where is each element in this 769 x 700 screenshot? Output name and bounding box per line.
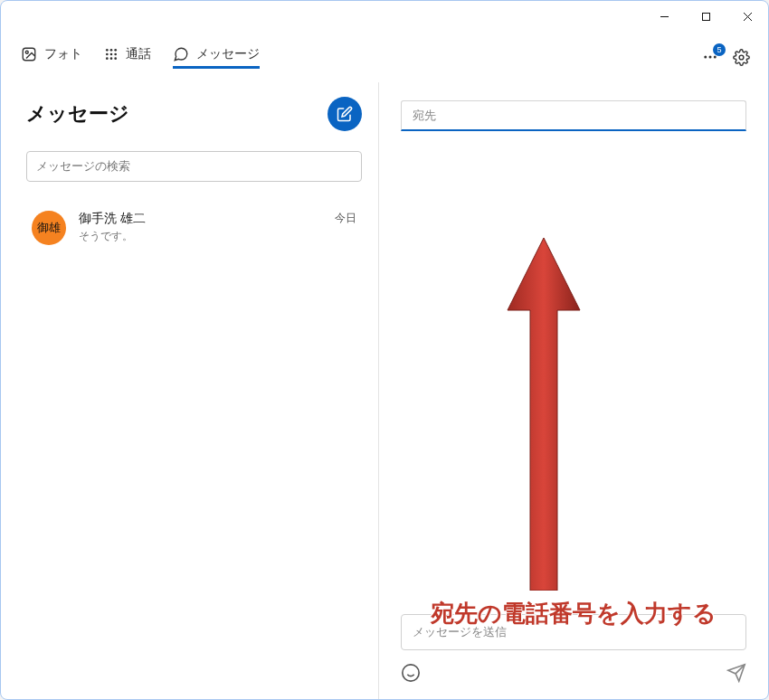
more-button[interactable]: 5 [702, 49, 718, 65]
maximize-button[interactable] [685, 3, 726, 30]
tab-calls-label: 通話 [126, 46, 151, 62]
compose-icon [337, 106, 353, 122]
svg-point-7 [110, 49, 113, 52]
notification-badge: 5 [713, 43, 726, 56]
main-toolbar: フォト 通話 メッセージ 5 [1, 32, 768, 82]
titlebar [1, 1, 768, 32]
settings-button[interactable] [733, 49, 750, 66]
search-input[interactable]: メッセージの検索 [26, 151, 362, 182]
svg-point-19 [403, 665, 419, 681]
message-input[interactable]: メッセージを送信 [401, 614, 746, 650]
minimize-button[interactable] [643, 3, 685, 30]
emoji-icon [401, 663, 421, 683]
compose-button[interactable] [328, 97, 362, 131]
photo-icon [21, 46, 37, 62]
conversation-preview: そうです。 [79, 229, 356, 244]
main-body: メッセージ メッセージの検索 御雄 御手洗 雄二 今日 そうです。 [1, 82, 768, 699]
send-icon [726, 663, 746, 683]
close-button[interactable] [726, 3, 768, 30]
svg-point-16 [709, 56, 712, 59]
page-title: メッセージ [26, 100, 129, 128]
svg-point-9 [106, 52, 109, 55]
svg-point-15 [704, 56, 707, 59]
gear-icon [733, 49, 750, 66]
svg-point-18 [739, 55, 744, 60]
svg-point-17 [714, 56, 717, 59]
svg-point-5 [25, 51, 28, 53]
conversation-time: 今日 [335, 211, 356, 227]
svg-point-10 [110, 52, 113, 55]
conversation-name: 御手洗 雄二 [79, 211, 146, 227]
compose-pane: 宛先 メッセージを送信 [379, 82, 768, 699]
chat-icon [173, 46, 189, 62]
svg-point-13 [110, 57, 113, 60]
tab-messages[interactable]: メッセージ [173, 46, 260, 69]
app-window: フォト 通話 メッセージ 5 メッセージ [0, 0, 769, 700]
svg-point-12 [106, 57, 109, 60]
svg-point-6 [106, 49, 109, 52]
tab-messages-label: メッセージ [196, 46, 260, 62]
svg-point-11 [114, 52, 117, 55]
sidebar: メッセージ メッセージの検索 御雄 御手洗 雄二 今日 そうです。 [1, 82, 379, 699]
svg-point-14 [114, 57, 117, 60]
conversation-item[interactable]: 御雄 御手洗 雄二 今日 そうです。 [26, 202, 362, 254]
svg-rect-1 [702, 13, 709, 20]
emoji-button[interactable] [401, 663, 421, 683]
message-placeholder: メッセージを送信 [413, 624, 507, 640]
tab-photo-label: フォト [44, 46, 82, 62]
search-placeholder: メッセージの検索 [36, 158, 130, 175]
tab-photo[interactable]: フォト [21, 46, 82, 69]
send-button[interactable] [726, 663, 746, 683]
recipient-placeholder: 宛先 [413, 108, 436, 124]
tab-calls[interactable]: 通話 [104, 46, 151, 69]
svg-point-8 [114, 49, 117, 52]
avatar: 御雄 [32, 211, 66, 245]
dialpad-icon [104, 47, 119, 61]
recipient-input[interactable]: 宛先 [401, 100, 746, 131]
